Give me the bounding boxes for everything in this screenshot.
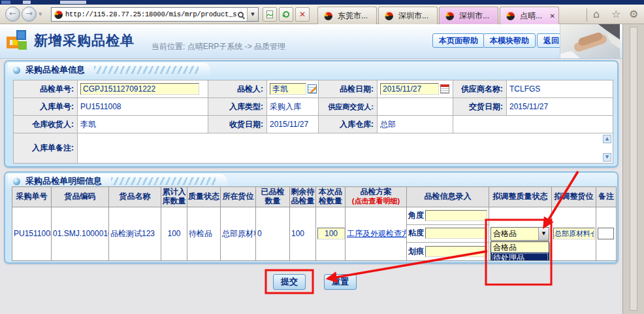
tab-favicon-icon — [385, 12, 393, 20]
viscosity-input[interactable] — [425, 228, 487, 239]
favorites-star-icon[interactable]: ☆ — [611, 9, 620, 20]
col-header: 备注 — [596, 187, 617, 207]
history-dropdown-icon[interactable]: ▼ — [39, 12, 42, 17]
back-arrow-icon: ← — [9, 9, 16, 18]
stop-button[interactable]: ✕ — [295, 7, 310, 22]
submit-button[interactable]: 提交 — [273, 274, 306, 290]
titlebar-text-fragment — [60, 1, 86, 4]
search-icon[interactable] — [238, 12, 244, 18]
compatibility-view-button[interactable] — [263, 7, 277, 22]
inspection-info-table: 品检单号: 品检人: 品检日期: 供应商名称: TCLFGS 入库单号: PU1… — [13, 80, 613, 164]
col-header: 质量状态 — [187, 187, 221, 207]
scratch-input[interactable] — [425, 246, 487, 257]
person-picker-icon[interactable] — [308, 84, 317, 94]
inspect-item-label: 角度 — [408, 210, 425, 221]
inspection-detail-table: 采购单号 货品编码 货品名称 累计入 库数量 质量状态 所在货位 已品检 数量 … — [12, 186, 617, 261]
browser-tab-4-active[interactable]: 点晴... ✕ — [500, 7, 559, 24]
adjust-location-input[interactable] — [553, 228, 595, 239]
field-label: 品检单号: — [14, 80, 78, 98]
back-button[interactable]: ← — [5, 7, 20, 22]
tab-favicon-icon — [445, 12, 454, 20]
selected-option-text: 合格品 — [491, 228, 538, 239]
supplier-deliverer-value — [378, 98, 453, 116]
col-header: 货品名称 — [109, 187, 161, 207]
inspect-item-row: 粘度 — [407, 225, 489, 243]
scrollbar-track[interactable] — [630, 27, 637, 311]
compatibility-page-icon — [265, 10, 274, 19]
window-titlebar — [0, 0, 644, 5]
col-header: 采购单号 — [12, 187, 52, 207]
calendar-icon[interactable] — [440, 84, 449, 94]
adjust-status-select[interactable]: 合格品 ▼ — [491, 227, 549, 241]
tab-label: 深圳市... — [398, 10, 428, 22]
angle-input[interactable] — [425, 210, 487, 221]
home-icon[interactable]: ⌂ — [593, 9, 600, 20]
field-label: 品检日期: — [319, 80, 378, 98]
module-help-button[interactable]: 本模块帮助 — [483, 33, 536, 48]
titlebar-icon-fragment — [1, 1, 10, 4]
option-qualified[interactable]: 合格品 — [491, 242, 549, 253]
inspected-qty-cell: 0 — [256, 207, 290, 260]
tab-label: 点晴... — [520, 10, 542, 22]
remaining-qty-cell: 100 — [290, 207, 316, 260]
warehouse-receiver-value: 李凯 — [78, 116, 208, 133]
item-code-cell: 01.SMJ.1000010 — [52, 207, 109, 260]
item-name-cell: 品检测试123 — [109, 207, 161, 260]
info-row-1: 品检单号: 品检人: 品检日期: 供应商名称: TCLFGS — [14, 80, 613, 98]
browser-tab-3[interactable]: 深圳市... — [439, 7, 498, 24]
tab-label: 东莞市... — [338, 10, 368, 22]
col-header: 拟调整质量状态 — [489, 187, 552, 207]
page-help-button[interactable]: 本页面帮助 — [432, 33, 485, 48]
plan-header-sub: (点击查看明细) — [352, 197, 400, 205]
inspect-item-label: 粘度 — [408, 228, 425, 239]
info-remark-row: 入库单备注: ▲ ▼ — [14, 133, 613, 164]
site-favicon-icon — [54, 10, 63, 19]
handshake-image — [560, 24, 620, 58]
inspection-entry-cell: 角度 粘度 划痕 — [407, 207, 489, 260]
inspect-item-row: 划痕 — [407, 243, 489, 260]
refresh-icon — [282, 10, 291, 19]
adjust-status-cell: 合格品 ▼ 合格品 待处理品 废品 不良品 — [489, 207, 552, 260]
forward-button[interactable]: → — [22, 7, 37, 22]
tab-separator — [587, 9, 587, 22]
url-text[interactable]: http://115.28.77.25:18000/mis/mrp/produc… — [65, 10, 236, 18]
settings-gear-icon[interactable]: ⚙ — [629, 9, 638, 20]
select-dropdown-icon[interactable]: ▼ — [538, 228, 549, 240]
section-stripes-decoration — [94, 66, 199, 74]
line-remark-input[interactable] — [598, 228, 614, 239]
field-label: 入库仓库: — [319, 116, 378, 133]
po-no-cell: PU1511008 — [12, 207, 52, 260]
info-row-2: 入库单号: PU1511008 入库类型: 采购入库 供应商交货人: 交货日期:… — [14, 98, 613, 116]
option-pending-highlighted[interactable]: 待处理品 — [491, 253, 549, 261]
adjust-status-option-list: 合格品 待处理品 废品 不良品 — [491, 241, 549, 261]
refresh-button[interactable] — [279, 7, 293, 22]
tab-close-icon[interactable]: ✕ — [550, 12, 555, 20]
inspection-date-input[interactable] — [380, 83, 439, 95]
col-header: 所在货位 — [221, 187, 256, 207]
browser-tab-2[interactable]: 深圳市... — [378, 7, 438, 24]
scroll-up-icon[interactable]: ▲ — [603, 135, 611, 143]
tab-favicon-icon — [324, 12, 332, 20]
section-bullet-icon — [13, 67, 20, 74]
total-in-qty-cell: 100 — [161, 207, 187, 260]
address-bar[interactable]: http://115.28.77.25:18000/mis/mrp/produc… — [51, 7, 259, 22]
inspect-item-row: 角度 — [407, 207, 489, 225]
inspector-input[interactable] — [270, 83, 306, 95]
empty-cell — [453, 116, 613, 133]
inspection-plan-link[interactable]: 工序及外观检查方 — [347, 229, 407, 238]
stop-icon: ✕ — [299, 10, 306, 19]
inspection-info-panel: 采购品检单信息 品检单号: 品检人: 品检日期: 供应商名称: TCLFGS 入… — [4, 60, 619, 167]
info-row-3: 仓库收货人: 李凯 收货日期: 2015/11/27 入库仓库: 总部 — [14, 116, 613, 133]
url-dropdown-button[interactable]: ▼ — [247, 8, 258, 21]
receipt-remark-textarea[interactable]: ▲ ▼ — [78, 133, 613, 164]
col-header: 货品编码 — [52, 187, 109, 207]
quality-status-cell: 待检品 — [187, 207, 221, 260]
location-cell: 总部原材料 — [221, 207, 256, 260]
reset-button[interactable]: 重置 — [324, 274, 357, 290]
browser-tab-1[interactable]: 东莞市... — [317, 7, 377, 24]
col-header: 已品检 数量 — [256, 187, 290, 207]
this-inspect-qty-input[interactable] — [317, 228, 345, 239]
inspection-no-input[interactable] — [80, 83, 199, 95]
scroll-down-icon[interactable]: ▼ — [603, 153, 611, 162]
tab-label: 深圳市... — [459, 10, 489, 22]
